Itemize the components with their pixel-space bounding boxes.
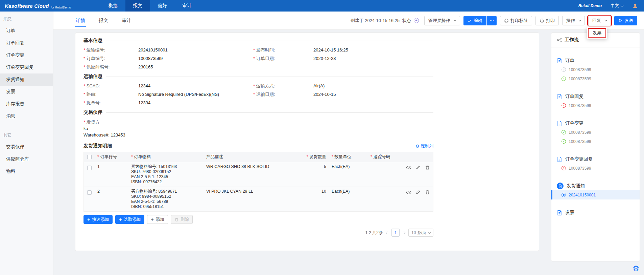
- sidebar-item-ship-notice[interactable]: 发货通知: [0, 73, 53, 86]
- admin-action-dropdown[interactable]: 管理员操作: [424, 16, 460, 25]
- row-checkbox[interactable]: [87, 166, 92, 170]
- select-all-checkbox[interactable]: [87, 155, 92, 159]
- sidebar-item-message[interactable]: 消息: [0, 110, 53, 122]
- top-nav-documents[interactable]: 报文: [125, 0, 150, 12]
- workflow-item[interactable]: 1000873599: [551, 101, 640, 110]
- document-icon-active: [557, 183, 564, 189]
- print-button[interactable]: 打印: [535, 16, 559, 25]
- field-value: Air(A): [313, 83, 325, 89]
- workflow-item[interactable]: 1000873599: [551, 164, 640, 173]
- workflow-item[interactable]: 1000873599: [551, 74, 640, 83]
- shipper-warehouse: Warehouse#: 123453: [84, 132, 433, 138]
- col-header-description: 产品描述: [204, 152, 300, 162]
- sidebar-item-orders[interactable]: 订单: [0, 25, 53, 37]
- reply-dropdown[interactable]: 回复: [588, 16, 611, 25]
- top-nav-preferences[interactable]: 偏好: [150, 0, 175, 12]
- line-items-table: 订单行号 订单物料 产品描述 发货数量 数量单位 追踪号码 1: [84, 152, 433, 212]
- sidebar-item-order-reply[interactable]: 订单回复: [0, 37, 53, 49]
- field-value: No Signature Required (UPS/FedEx)(NS): [138, 91, 219, 98]
- tab-message[interactable]: 报文: [98, 16, 109, 26]
- workflow-group-order-reply[interactable]: 订单回复: [551, 92, 640, 101]
- trading-partner-block: 发货方 ka Warehouse#: 123453: [84, 119, 433, 138]
- view-row-button[interactable]: [406, 190, 411, 195]
- col-header-tracking: 追踪号码: [368, 152, 403, 162]
- shipper-name: ka: [84, 125, 433, 132]
- workflow-group-order[interactable]: 订单: [551, 56, 640, 65]
- action-dropdown[interactable]: 操作: [562, 16, 585, 25]
- language-selector[interactable]: 中文: [611, 3, 623, 9]
- top-nav-audit[interactable]: 审计: [175, 0, 199, 12]
- print-label-button[interactable]: 打印标签: [500, 16, 532, 25]
- table-row: 2 买方物料编号: 85949671 SKU: 9984-00895152 EA…: [84, 187, 433, 211]
- row-checkbox[interactable]: [87, 190, 92, 195]
- document-icon: [557, 210, 562, 215]
- ship-notice-detail-card: 基本信息 运输编号:202410150001 发布时间:2024-10-15 1…: [75, 33, 539, 251]
- sidebar-item-supplier-warehouse[interactable]: 供应商仓库: [0, 153, 53, 165]
- delete-button[interactable]: 删除: [171, 215, 193, 224]
- status-success-icon: [562, 139, 566, 144]
- page-size-select[interactable]: 10 条/页: [408, 229, 433, 237]
- top-nav-overview[interactable]: 概览: [101, 0, 125, 12]
- workflow-group-order-change[interactable]: 订单变更: [551, 119, 640, 128]
- delete-row-button[interactable]: [425, 165, 430, 170]
- shipper-label: 发货方: [84, 120, 100, 125]
- sidebar-item-invoice[interactable]: 发票: [0, 86, 53, 98]
- col-header-qty: 发货数量: [300, 152, 329, 162]
- status-label: 状态: [402, 18, 411, 24]
- status-error-icon: [562, 103, 566, 108]
- pagination-next-button[interactable]: [403, 231, 405, 234]
- status-success-icon: [562, 77, 566, 81]
- quick-add-button[interactable]: +快速添加: [84, 215, 113, 224]
- send-button[interactable]: 发送: [614, 16, 637, 25]
- field-value: 12334: [138, 100, 150, 106]
- left-sidebar: 消息 订单 订单回复 订单变更 订单变更回复 发货通知 发票 库存报告 消息 其…: [0, 12, 53, 275]
- customize-columns-link[interactable]: ⚙定制列: [415, 143, 433, 149]
- pagination-prev-button[interactable]: [386, 231, 388, 234]
- document-icon: [557, 121, 562, 126]
- reply-menu-item-invoice[interactable]: 发票: [588, 28, 606, 38]
- edit-more-button[interactable]: ⋯: [487, 16, 497, 25]
- workflow-item[interactable]: 1000873599: [551, 128, 640, 137]
- edit-row-button[interactable]: [415, 165, 421, 170]
- settings-gear-button[interactable]: ⚙: [633, 265, 639, 272]
- sidebar-item-order-change-reply[interactable]: 订单变更回复: [0, 61, 53, 73]
- delete-row-button[interactable]: [425, 190, 430, 195]
- workflow-group-order-change-reply[interactable]: 订单变更回复: [551, 155, 640, 164]
- edit-button[interactable]: 编辑: [463, 16, 486, 25]
- divider: [106, 112, 433, 113]
- user-avatar[interactable]: [632, 2, 639, 9]
- pick-add-button[interactable]: +选取添加: [115, 215, 144, 224]
- cell-material: 买方物料编号: 85949671 SKU: 9984-00895152 EAN …: [128, 187, 204, 211]
- status-success-icon: [562, 130, 566, 134]
- workflow-item[interactable]: 1000873599: [551, 137, 640, 146]
- sidebar-item-inventory-report[interactable]: 库存报告: [0, 98, 53, 110]
- view-row-button[interactable]: [406, 165, 411, 170]
- workflow-group-invoice[interactable]: 发票: [551, 208, 640, 217]
- add-button[interactable]: +添加: [147, 215, 168, 224]
- section-title-line-items: 发货通知明细: [84, 143, 112, 149]
- workflow-panel: 工作流 订单 1000873599 1000873599 订单回复 100087…: [551, 33, 640, 261]
- workflow-item[interactable]: 1000873599: [551, 65, 640, 74]
- sidebar-item-trading-partner[interactable]: 交易伙伴: [0, 141, 53, 153]
- trash-icon: [174, 217, 179, 222]
- printer-icon: [540, 18, 544, 23]
- gear-icon: ⚙: [415, 144, 420, 149]
- chevron-down-icon: [621, 4, 623, 6]
- trash-icon: [425, 165, 430, 170]
- edit-row-button[interactable]: [415, 190, 421, 195]
- tab-detail[interactable]: 详情: [75, 16, 86, 26]
- pagination-page-1[interactable]: 1: [391, 229, 400, 237]
- pencil-icon: [415, 165, 421, 170]
- cell-unit: Each(EA): [329, 162, 368, 171]
- field-value: 2024-10-15 16:25: [313, 47, 348, 53]
- sidebar-item-material[interactable]: 物料: [0, 165, 53, 177]
- tab-audit[interactable]: 审计: [121, 16, 132, 26]
- field-label: 供应商编号:: [84, 64, 138, 70]
- workflow-group-ship-notice[interactable]: 发货通知: [551, 182, 640, 190]
- trash-icon: [425, 190, 430, 195]
- sidebar-item-order-change[interactable]: 订单变更: [0, 49, 53, 61]
- field-value: 2024-10-15: [313, 91, 336, 98]
- cell-description: WR CARGO SHO 38 BLK SOLID: [204, 162, 300, 171]
- app-logo: Kasoftware Cloud for RetailDemo: [0, 0, 71, 12]
- workflow-item-current[interactable]: 202410150001: [551, 190, 640, 199]
